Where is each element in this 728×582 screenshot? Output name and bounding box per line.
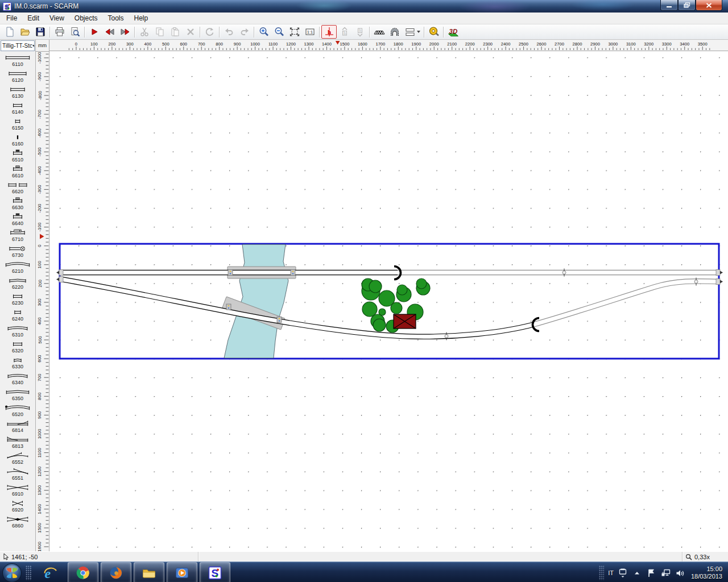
- part-6240[interactable]: 6240: [0, 307, 35, 323]
- menu-help[interactable]: Help: [129, 13, 154, 23]
- zoom-in-icon[interactable]: [256, 25, 271, 39]
- network-icon[interactable]: [660, 568, 671, 578]
- restore-button[interactable]: [678, 0, 696, 11]
- heights-icon[interactable]: h: [321, 25, 337, 39]
- zoom-actual-icon[interactable]: 1:1: [302, 25, 317, 39]
- part-6110[interactable]: 6110: [0, 52, 35, 68]
- menu-file[interactable]: File: [1, 13, 22, 23]
- dropdown-caret-icon[interactable]: [417, 31, 420, 33]
- undo-icon: [221, 25, 237, 39]
- open-file-icon[interactable]: [17, 25, 32, 39]
- scarm-taskbar-icon[interactable]: S: [200, 562, 230, 582]
- straight-s-icon: [4, 292, 31, 301]
- menu-edit[interactable]: Edit: [22, 13, 44, 23]
- part-6730[interactable]: 6730: [0, 243, 35, 259]
- taskbar-clock[interactable]: 15:00 18/03/2013: [691, 566, 722, 580]
- menu-objects[interactable]: Objects: [69, 13, 103, 23]
- vruler-cursor-marker: [40, 234, 44, 239]
- close-button[interactable]: [696, 0, 722, 11]
- tree[interactable]: [391, 302, 402, 314]
- part-6230[interactable]: 6230: [0, 291, 35, 307]
- view-3d-icon[interactable]: 3D: [445, 25, 461, 39]
- part-6910[interactable]: 6910: [0, 482, 35, 498]
- minimize-button[interactable]: [660, 0, 678, 11]
- select-start-icon[interactable]: [86, 25, 102, 39]
- part-6320[interactable]: 6320: [0, 339, 35, 355]
- track-plan[interactable]: [49, 51, 728, 551]
- part-6920[interactable]: 6920: [0, 498, 35, 514]
- language-indicator[interactable]: IT: [608, 569, 614, 576]
- part-6552[interactable]: 6552: [0, 450, 35, 466]
- bridge-connector: [228, 270, 233, 276]
- hidden-icons-arrow[interactable]: [632, 568, 642, 578]
- action-center-flag-icon[interactable]: [646, 568, 656, 578]
- part-number: 6210: [12, 269, 23, 274]
- toolbar-separator: [254, 27, 254, 38]
- start-button[interactable]: [0, 562, 24, 582]
- svg-text:2600: 2600: [537, 41, 547, 47]
- new-file-icon[interactable]: [2, 25, 17, 39]
- baseboard-icon[interactable]: [402, 25, 422, 39]
- part-6120[interactable]: 6120: [0, 68, 35, 84]
- zoom-extents-icon[interactable]: [287, 25, 302, 39]
- part-6220[interactable]: 6220: [0, 275, 35, 291]
- library-selector[interactable]: Tillig-TT-Stc: [1, 40, 35, 51]
- tree[interactable]: [416, 278, 427, 289]
- svg-text:1900: 1900: [411, 41, 421, 47]
- measure-icon[interactable]: [426, 25, 441, 39]
- part-6160[interactable]: 6160: [0, 132, 35, 148]
- tree[interactable]: [397, 285, 407, 295]
- part-6140[interactable]: 6140: [0, 100, 35, 116]
- print-preview-icon[interactable]: [67, 25, 82, 39]
- part-6510[interactable]: 6510: [0, 148, 35, 164]
- svg-text:1500: 1500: [38, 522, 43, 533]
- toolbar-separator: [134, 27, 135, 38]
- part-6860[interactable]: 6860: [0, 514, 35, 530]
- tunnel-icon[interactable]: [387, 25, 402, 39]
- part-6150[interactable]: 6150: [0, 116, 35, 132]
- language-bar-icon[interactable]: [618, 568, 628, 578]
- part-6330[interactable]: 6330: [0, 355, 35, 371]
- internet-explorer-icon[interactable]: e: [35, 562, 65, 582]
- straight-xs-icon: [4, 117, 31, 126]
- tree[interactable]: [362, 302, 377, 317]
- svg-text:1500: 1500: [340, 41, 349, 47]
- zoom-out-icon[interactable]: [271, 25, 287, 39]
- part-6610[interactable]: 6610: [0, 164, 35, 180]
- media-player-icon[interactable]: [167, 562, 197, 582]
- part-6814[interactable]: 6814: [0, 418, 35, 434]
- part-6520[interactable]: 6520: [0, 402, 35, 418]
- svg-text:2500: 2500: [519, 41, 528, 47]
- menu-view[interactable]: View: [44, 13, 69, 23]
- part-6620[interactable]: 6620: [0, 180, 35, 196]
- next-part-icon[interactable]: [117, 25, 133, 39]
- tree[interactable]: [373, 319, 386, 331]
- bridge-icon[interactable]: [371, 25, 387, 39]
- part-6813[interactable]: 6813: [0, 434, 35, 450]
- volume-icon[interactable]: [675, 568, 685, 578]
- part-6640[interactable]: 6640: [0, 211, 35, 227]
- part-6630[interactable]: 6630: [0, 196, 35, 211]
- svg-text:1600: 1600: [358, 41, 367, 47]
- svg-text:1000: 1000: [38, 429, 43, 439]
- part-6551[interactable]: 6551: [0, 466, 35, 482]
- part-6350[interactable]: 6350: [0, 386, 35, 402]
- drawing-area[interactable]: [49, 51, 728, 551]
- print-icon[interactable]: [52, 25, 67, 39]
- part-6130[interactable]: 6130: [0, 84, 35, 100]
- magnifier-icon: [685, 554, 692, 560]
- part-6710[interactable]: 6710: [0, 227, 35, 243]
- save-icon[interactable]: [32, 25, 48, 39]
- part-6340[interactable]: 6340: [0, 371, 35, 386]
- tray-grip: [599, 566, 604, 580]
- chrome-icon[interactable]: [68, 562, 98, 582]
- firefox-icon[interactable]: [101, 562, 131, 582]
- menu-tools[interactable]: Tools: [103, 13, 129, 23]
- part-number: 6130: [12, 94, 23, 99]
- explorer-icon[interactable]: [134, 562, 164, 582]
- part-6310[interactable]: 6310: [0, 323, 35, 339]
- tree[interactable]: [369, 280, 382, 293]
- prev-part-icon[interactable]: [102, 25, 117, 39]
- raise-height-icon: h: [337, 25, 352, 39]
- part-6210[interactable]: 6210: [0, 259, 35, 275]
